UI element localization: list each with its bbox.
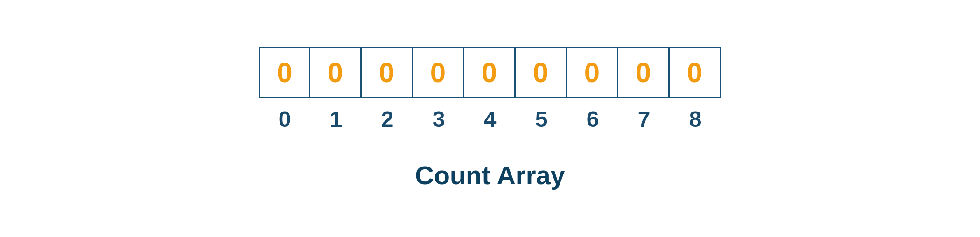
cell-value-3: 0 [430,56,446,89]
index-cell-4: 4 [464,106,516,132]
index-value-6: 6 [587,106,599,132]
cell-3: 0 [413,47,464,98]
array-label: Count Array [415,160,565,190]
index-value-7: 7 [638,106,651,132]
cell-value-4: 0 [482,56,497,89]
cell-5: 0 [516,47,567,98]
cell-value-8: 0 [687,56,702,89]
index-cell-1: 1 [310,106,362,132]
index-value-3: 3 [433,106,445,132]
cell-value-1: 0 [328,56,343,89]
cell-value-6: 0 [584,56,600,89]
cell-4: 0 [464,47,516,98]
cell-1: 0 [310,47,362,98]
index-value-8: 8 [689,106,702,132]
index-value-2: 2 [381,106,394,132]
cell-0: 0 [259,47,310,98]
index-value-4: 4 [484,106,497,132]
cell-7: 0 [618,47,670,98]
index-cell-2: 2 [362,106,413,132]
cell-value-0: 0 [277,56,292,89]
index-cell-8: 8 [670,106,721,132]
indices-row: 0 1 2 3 4 5 6 7 8 [259,106,721,132]
cell-value-2: 0 [379,56,394,89]
cell-6: 0 [567,47,618,98]
cell-value-7: 0 [636,56,651,89]
cell-2: 0 [362,47,413,98]
array-label-container: Count Array [415,160,565,190]
cell-8: 0 [670,47,721,98]
array-visualization: 0 0 0 0 0 0 0 0 0 0 1 [259,47,721,190]
index-cell-5: 5 [516,106,567,132]
index-cell-3: 3 [413,106,464,132]
index-cell-0: 0 [259,106,310,132]
cell-value-5: 0 [533,56,548,89]
index-value-0: 0 [279,106,291,132]
index-cell-7: 7 [618,106,670,132]
cells-row: 0 0 0 0 0 0 0 0 0 [259,47,721,98]
index-cell-6: 6 [567,106,618,132]
index-value-5: 5 [535,106,548,132]
index-value-1: 1 [330,106,343,132]
